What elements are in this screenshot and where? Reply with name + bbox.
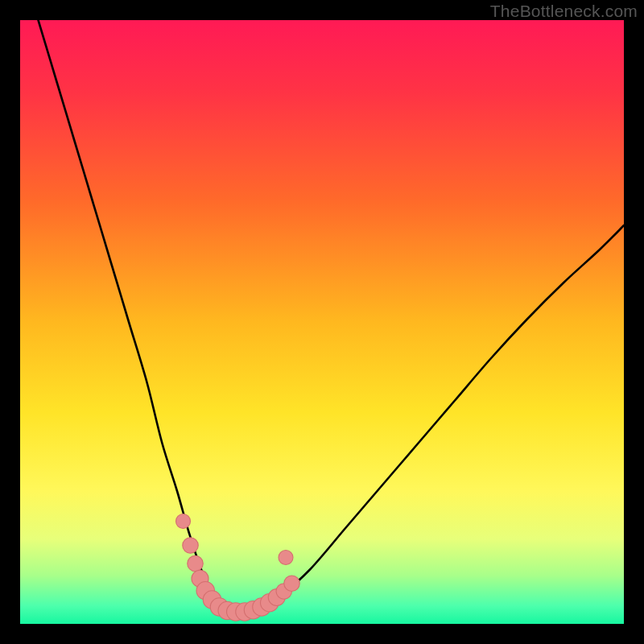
data-marker <box>183 538 199 553</box>
data-markers <box>176 514 300 621</box>
data-marker <box>284 576 300 592</box>
plot-area <box>20 20 624 624</box>
curve-layer <box>20 20 624 624</box>
bottleneck-curve <box>39 20 625 612</box>
data-marker <box>188 555 204 571</box>
chart-frame: TheBottleneck.com <box>0 0 644 644</box>
watermark-text: TheBottleneck.com <box>490 2 638 21</box>
data-marker <box>176 514 191 529</box>
data-marker <box>279 551 293 565</box>
